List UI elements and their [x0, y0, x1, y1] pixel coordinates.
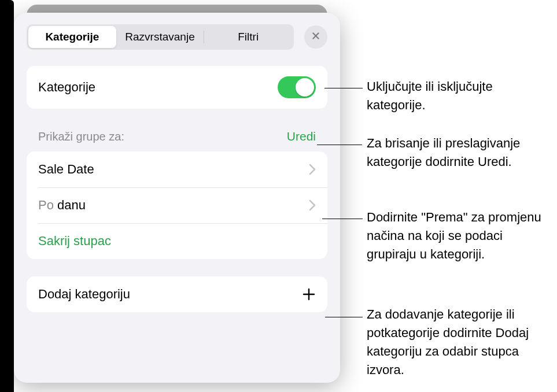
group-item-sale-date[interactable]: Sale Date [27, 151, 327, 187]
group-by-prefix: Po [38, 198, 57, 212]
tab-sorting-label: Razvrstavanje [125, 31, 194, 43]
hide-column-row[interactable]: Sakrij stupac [27, 223, 327, 259]
callout-toggle: Uključujte ili isključujte kategorije. [367, 77, 551, 114]
group-by-label: Po danu [38, 198, 309, 213]
groups-section-header: Prikaži grupe za: Uredi [27, 130, 327, 143]
categories-toggle-card: Kategorije [27, 66, 327, 109]
groups-list-card: Sale Date Po danu Sakrij stupa [27, 151, 327, 259]
hide-column-label: Sakrij stupac [38, 234, 316, 249]
close-icon [311, 31, 320, 43]
callout-add: Za dodavanje kategorije ili potkategorij… [367, 305, 551, 379]
callout-line [317, 145, 362, 145]
panel-header: Kategorije Razvrstavanje Filtri [27, 24, 327, 50]
group-by-row[interactable]: Po danu [27, 187, 327, 223]
categories-toggle-row: Kategorije [27, 66, 327, 109]
tab-categories-label: Kategorije [45, 31, 99, 43]
callout-line [322, 219, 363, 219]
tab-categories[interactable]: Kategorije [28, 26, 116, 48]
categories-toggle-label: Kategorije [38, 80, 278, 95]
chevron-right-icon [309, 199, 316, 211]
plus-icon [302, 287, 316, 301]
add-category-label: Dodaj kategoriju [38, 287, 302, 302]
group-item-sale-date-label: Sale Date [38, 162, 309, 177]
callout-by: Dodirnite "Prema" za promjenu načina na … [367, 208, 551, 264]
categories-panel: Kategorije Razvrstavanje Filtri [14, 13, 340, 383]
callout-line [324, 88, 363, 88]
callout-line [325, 317, 363, 317]
tab-filters[interactable]: Filtri [204, 26, 292, 48]
window-edge [0, 0, 14, 392]
close-button[interactable] [304, 25, 327, 49]
groups-header-label: Prikaži grupe za: [38, 130, 124, 143]
callout-edit: Za brisanje ili preslagivanje kategorije… [367, 134, 551, 171]
group-by-value: danu [57, 198, 86, 212]
segmented-control: Kategorije Razvrstavanje Filtri [27, 24, 294, 50]
tab-filters-label: Filtri [238, 31, 259, 43]
tab-sorting[interactable]: Razvrstavanje [116, 26, 204, 48]
chevron-right-icon [309, 164, 316, 175]
categories-toggle[interactable] [278, 76, 316, 98]
edit-button[interactable]: Uredi [287, 130, 316, 143]
add-category-card: Dodaj kategoriju [27, 276, 327, 312]
add-category-row[interactable]: Dodaj kategoriju [27, 276, 327, 312]
